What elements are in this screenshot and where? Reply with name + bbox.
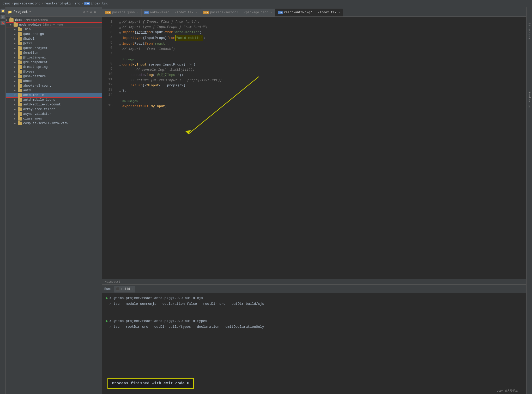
settings-icon[interactable]: ⚙ [94, 10, 96, 14]
tree-item-antd-mobile[interactable]: ▼ antd-mobile [6, 93, 102, 98]
tree-item-antd-mobile-v5[interactable]: ▶ antd-mobile-v5-count [6, 102, 102, 107]
tree-arrow: ▶ [14, 84, 18, 87]
fold-btn[interactable]: ⊟ [119, 89, 122, 92]
tree-item-array-tree[interactable]: ▶ array-tree-filter [6, 107, 102, 112]
fold-btn [119, 68, 122, 71]
ln-6: 6 [102, 45, 112, 51]
comment-text: // import _ from 'lodash'; [122, 46, 175, 52]
tree-arrow: ▶ [14, 75, 18, 78]
tree-arrow: ▶ [14, 65, 18, 69]
tree-item-ctrl[interactable]: ▶ @ctrl [6, 41, 102, 46]
run-tab-build[interactable]: ⬛ build ✕ [114, 286, 136, 292]
breadcrumb-item[interactable]: demo [3, 2, 10, 5]
tab-package-second[interactable]: JSON package-second/.../package.json ✕ [200, 9, 275, 16]
comment-text: // import { Input, Flex } from 'antd'; [122, 19, 200, 25]
run-line-1: ▶ > @demo-project/react-antd-pkg@1.0.0 b… [106, 295, 522, 301]
bookmark-icon[interactable]: 🔖 [1, 21, 5, 25]
tree-label: @react-spring [23, 65, 48, 69]
ln-8: 8 [102, 61, 112, 66]
tree-item-babel[interactable]: ▶ @babel [6, 37, 102, 41]
tree-arrow: ▼ [14, 94, 18, 97]
fold-btn [119, 53, 122, 56]
tree-item-types[interactable]: ▶ @types [6, 69, 102, 74]
fold-btn[interactable]: ⊟ [119, 26, 122, 29]
ln-12: 12 [102, 82, 112, 87]
ln-empty-2 [102, 98, 112, 103]
tree-item-compute-scroll[interactable]: ▶ compute-scroll-into-view [6, 121, 102, 126]
inputprops-identifier: InputProps [145, 35, 165, 41]
tree-arrow: ▶ [14, 80, 18, 83]
ln-14: 14 [102, 92, 112, 98]
tree-label: .bin [23, 28, 31, 31]
tab-close-icon[interactable]: ✕ [339, 11, 340, 14]
run-tab-close[interactable]: ✕ [132, 287, 134, 291]
expand-icon[interactable]: ⇌ [90, 10, 92, 14]
breadcrumb-sep: › [41, 2, 43, 5]
tree-item-node-modules[interactable]: ▼ node_modules library root [6, 22, 102, 27]
tree-item-rc-component[interactable]: ▶ @rc-component [6, 60, 102, 65]
code-line-14 [119, 93, 526, 99]
fold-btn[interactable]: ⊟ [119, 63, 122, 66]
ln-10: 10 [102, 71, 112, 77]
fold-btn [119, 58, 122, 61]
locate-icon[interactable]: ⊕ [83, 10, 85, 14]
collapse-icon[interactable]: ≡ [86, 10, 88, 14]
tree-item-demo-project[interactable]: ▶ @demo-project [6, 46, 102, 51]
project-dropdown-arrow[interactable]: ▼ [29, 10, 31, 13]
project-icon[interactable]: 📁 [1, 9, 5, 13]
function-name-status: MyInput() [105, 280, 120, 283]
folder-icon [18, 75, 22, 78]
tree-label: @rc-component [23, 61, 48, 64]
fold-btn[interactable]: ⊟ [119, 31, 122, 34]
breadcrumb-item[interactable]: package-second [14, 2, 40, 5]
tree-item-ant-design[interactable]: ▶ @ant-design [6, 32, 102, 37]
tsx-icon: TSX [278, 11, 282, 14]
tree-item-ahooks-v3[interactable]: ▶ ahooks-v3-count [6, 83, 102, 88]
ln-3: 3 [102, 30, 112, 35]
tree-label: antd-mobile [23, 93, 44, 97]
run-prompt-icon: ▶ [106, 318, 108, 324]
tab-waka-waka[interactable]: TSX waka-waka/.../index.tsx ✕ [142, 9, 200, 16]
tree-item-floating-ui[interactable]: ▶ @floating-ui [6, 55, 102, 60]
breadcrumb-item[interactable]: src [75, 2, 80, 5]
tree-item-antd-mobile-icons[interactable]: ▶ antd-mobile-icons [6, 98, 102, 102]
tree-arrow: ▶ [14, 47, 18, 50]
run-stop-icon: ⬛ [116, 287, 120, 291]
tree-item-ahooks[interactable]: ▶ ahooks [6, 79, 102, 83]
tab-close-icon[interactable]: ✕ [196, 11, 197, 14]
equals: = [147, 62, 149, 67]
tab-react-antd-pkg[interactable]: TSX react-antd-pkg/.../index.tsx ✕ [275, 9, 343, 16]
run-empty-2 [106, 313, 522, 318]
tree-item-bin[interactable]: ▶ .bin [6, 27, 102, 32]
tab-close-icon[interactable]: ✕ [271, 11, 272, 14]
no-usage-hint: no usages [122, 99, 138, 104]
breadcrumb-item[interactable]: react-antd-pkg [44, 2, 71, 5]
fold-btn[interactable] [119, 37, 122, 40]
tree-item-async-validator[interactable]: ▶ async-validator [6, 112, 102, 116]
folder-icon [18, 108, 22, 111]
close-panel-icon[interactable]: — [98, 10, 100, 14]
tree-item-emotion[interactable]: ▶ @emotion [6, 51, 102, 55]
tree-item-react-spring[interactable]: ▶ @react-spring [6, 65, 102, 69]
kw-return: return [130, 83, 143, 88]
structure-icon[interactable]: ⊞ [1, 15, 5, 19]
tab-close-icon[interactable]: ✕ [137, 11, 139, 14]
fold-btn[interactable]: ⊟ [119, 20, 122, 23]
minput-identifier: MInput [151, 30, 163, 35]
run-line-5: ▶ > @demo-project/react-antd-pkg@1.0.0 b… [106, 318, 522, 324]
fold-btn[interactable]: ⊟ [119, 42, 122, 45]
indent-spaces [122, 83, 130, 88]
ln-9: 9 [102, 66, 112, 71]
editor-split: JSON package.json ✕ TSX waka-waka/.../in… [102, 7, 526, 394]
tree-item-use-gesture[interactable]: ▶ @use-gesture [6, 74, 102, 79]
tree-arrow: ▶ [14, 108, 18, 111]
comment-text: // import type { InputProps } from "antd… [122, 25, 208, 30]
tree-item-demo[interactable]: ▼ demo ~/Project/demo [6, 18, 102, 22]
tree-arrow: ▶ [14, 103, 18, 106]
code-content[interactable]: ⊟ // import { Input, Flex } from 'antd';… [115, 17, 526, 279]
tree-item-antd[interactable]: ▶ antd [6, 88, 102, 93]
kw-default: default [135, 104, 149, 109]
tree-label: antd-mobile-v5-count [23, 103, 61, 106]
tab-package-json[interactable]: JSON package.json ✕ [102, 9, 142, 16]
tree-item-classnames[interactable]: ▶ classnames [6, 116, 102, 121]
